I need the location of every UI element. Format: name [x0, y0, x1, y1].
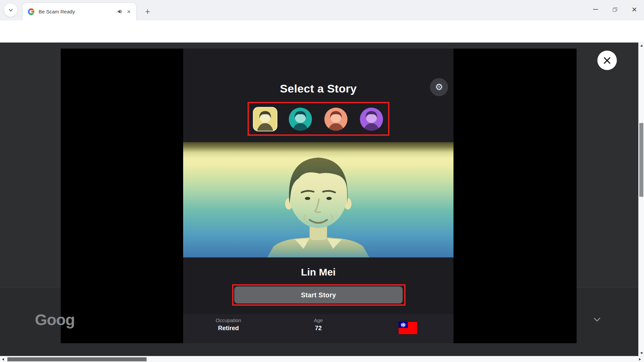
character-portrait	[183, 142, 453, 257]
vertical-scrollbar-thumb[interactable]	[639, 123, 643, 197]
horizontal-scrollbar[interactable]	[0, 356, 644, 362]
horizontal-scrollbar-thumb[interactable]	[7, 357, 147, 361]
restore-button[interactable]	[605, 0, 625, 19]
window-controls: ×	[586, 0, 644, 19]
occupation-detail: Occupation Retired	[195, 317, 262, 332]
tab-strip: Be Scam Ready × + ×	[0, 0, 644, 20]
age-detail: Age 72	[285, 317, 352, 332]
scroll-down-button[interactable]	[639, 350, 644, 356]
page-title: Select a Story	[183, 82, 453, 95]
gear-icon[interactable]: ⚙	[430, 78, 448, 96]
age-label: Age	[285, 317, 352, 323]
close-overlay-button[interactable]	[597, 51, 617, 70]
story-select-panel: Select a Story ⚙	[183, 49, 453, 343]
google-logo-text: Goog	[35, 310, 75, 329]
browser-tab[interactable]: Be Scam Ready ×	[22, 3, 136, 20]
minimize-button[interactable]	[586, 0, 605, 19]
start-button-annotation-box	[232, 284, 406, 306]
tab-search-button[interactable]	[4, 3, 17, 17]
scroll-right-button[interactable]	[637, 356, 643, 362]
character-name: Lin Mei	[183, 266, 453, 278]
occupation-value: Retired	[195, 325, 262, 332]
new-tab-button[interactable]: +	[142, 6, 153, 17]
browser-window: Be Scam Ready × + × ← → ↻	[0, 0, 644, 362]
tab-title: Be Scam Ready	[39, 9, 115, 14]
character-details: Occupation Retired Age 72	[183, 314, 453, 343]
tab-audio-icon[interactable]	[115, 7, 124, 16]
scroll-left-button[interactable]	[0, 356, 6, 362]
tab-close-button[interactable]: ×	[124, 7, 133, 16]
footer-dropdown-chevron-icon[interactable]	[592, 315, 602, 325]
scroll-up-button[interactable]	[639, 43, 644, 48]
game-container: Select a Story ⚙	[61, 49, 577, 343]
close-window-button[interactable]: ×	[625, 0, 644, 19]
google-favicon-icon	[28, 8, 35, 15]
chevron-down-icon	[8, 7, 14, 13]
age-value: 72	[285, 325, 352, 332]
minimize-icon	[593, 9, 598, 10]
occupation-label: Occupation	[195, 317, 262, 323]
taiwan-flag-icon	[398, 322, 417, 334]
avatar-annotation-box	[248, 102, 389, 136]
page-content: Select a Story ⚙	[0, 43, 644, 356]
browser-toolbar: ← → ↻ bescamready.withgoogle.com/intl/en…	[0, 20, 644, 43]
vertical-scrollbar[interactable]	[638, 43, 644, 356]
character-portrait-illustration	[246, 142, 390, 257]
restore-icon	[613, 7, 617, 12]
